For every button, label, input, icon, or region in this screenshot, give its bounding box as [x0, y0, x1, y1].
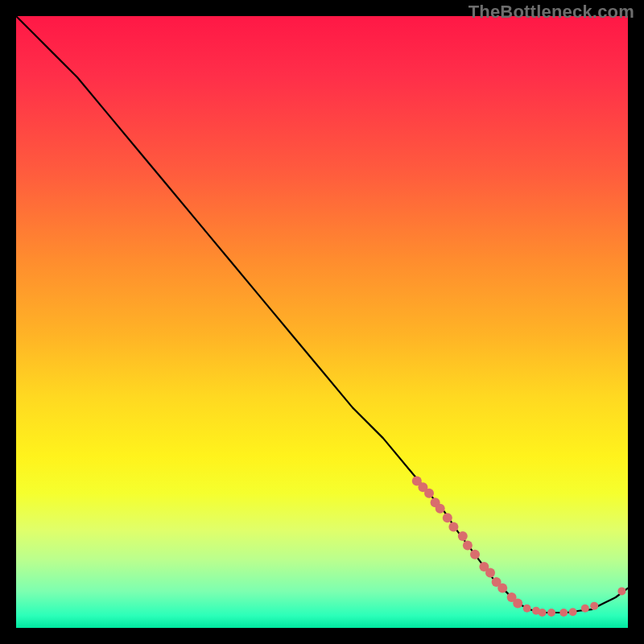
- data-point: [424, 489, 434, 498]
- data-point: [513, 599, 522, 609]
- chart-svg: [16, 16, 628, 628]
- data-point: [523, 605, 531, 613]
- data-point: [547, 609, 555, 617]
- plot-area: [16, 16, 628, 628]
- watermark-text: TheBottleneck.com: [469, 2, 634, 23]
- data-point: [539, 609, 547, 617]
- data-point: [497, 584, 507, 593]
- curve-line: [16, 16, 628, 613]
- scatter-points: [412, 477, 626, 617]
- data-point: [436, 504, 445, 514]
- data-point: [463, 540, 473, 550]
- data-point: [590, 602, 598, 610]
- data-point: [569, 608, 577, 616]
- data-point: [448, 522, 458, 532]
- data-point: [485, 568, 495, 578]
- data-point: [559, 609, 568, 617]
- data-point: [581, 605, 589, 613]
- chart-frame: TheBottleneck.com: [0, 0, 644, 644]
- data-point: [617, 587, 625, 595]
- data-point: [458, 531, 468, 541]
- data-point: [470, 550, 480, 559]
- data-point: [443, 513, 452, 522]
